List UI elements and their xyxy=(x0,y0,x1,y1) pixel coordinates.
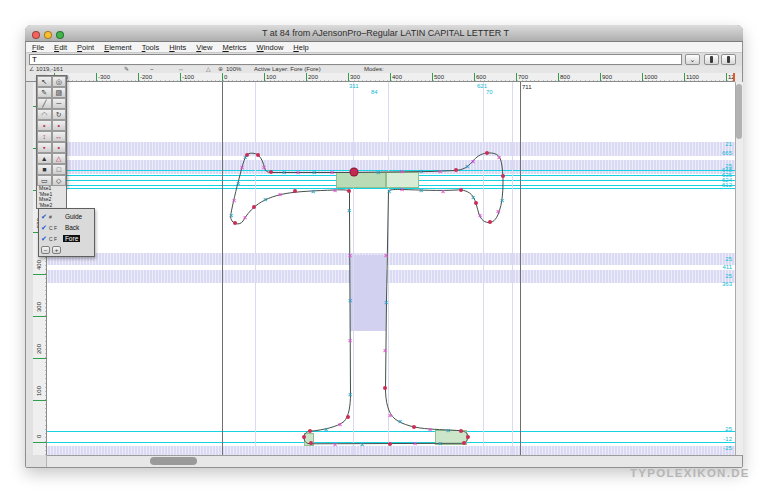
control-node[interactable]: × xyxy=(360,441,364,448)
control-node[interactable]: × xyxy=(311,188,315,195)
node[interactable] xyxy=(346,415,350,419)
node[interactable] xyxy=(388,442,392,446)
menu-edit[interactable]: Edit xyxy=(54,43,67,52)
control-node[interactable]: × xyxy=(348,337,352,344)
knife-tool[interactable]: ╱ xyxy=(37,98,52,109)
control-node[interactable]: × xyxy=(478,212,482,219)
control-node[interactable]: × xyxy=(296,169,300,176)
next-glyph-button[interactable] xyxy=(721,54,736,65)
layer-visibility-checkbox[interactable]: ✔ xyxy=(41,224,47,232)
point-tool[interactable]: • xyxy=(52,142,67,153)
previous-glyph-button[interactable] xyxy=(704,54,719,65)
control-node[interactable]: × xyxy=(348,391,352,398)
control-node[interactable]: × xyxy=(428,426,432,433)
control-node[interactable]: × xyxy=(441,188,445,195)
measure-tool[interactable]: ▲ xyxy=(37,153,52,164)
node[interactable] xyxy=(485,151,489,155)
move-horizontal-tool[interactable]: ↔ xyxy=(52,131,67,142)
fill-tool[interactable]: ▨ xyxy=(52,87,67,98)
layer-visibility-checkbox[interactable]: ✔ xyxy=(41,213,47,221)
distance-icon[interactable]: ↔ xyxy=(178,66,184,73)
move-vertical-tool[interactable]: ↕ xyxy=(37,131,52,142)
node[interactable] xyxy=(474,201,478,205)
node[interactable] xyxy=(347,189,351,193)
mask-tool[interactable]: □ xyxy=(52,164,67,175)
node[interactable] xyxy=(466,435,470,439)
control-node[interactable]: × xyxy=(400,186,404,193)
zoom-tool[interactable]: ◎ xyxy=(52,76,67,87)
control-node[interactable]: × xyxy=(263,196,267,203)
control-node[interactable]: × xyxy=(384,252,388,259)
layer-row-fore[interactable]: ✔C FFore xyxy=(41,233,94,244)
pointer-tool[interactable]: ↖ xyxy=(37,76,52,87)
menu-window[interactable]: Window xyxy=(257,43,284,52)
horizontal-scrollbar-thumb[interactable] xyxy=(150,457,197,465)
control-node[interactable]: × xyxy=(347,207,351,214)
control-node[interactable]: × xyxy=(278,191,282,198)
add-corner-point-tool[interactable]: • xyxy=(37,120,52,131)
control-node[interactable]: × xyxy=(465,163,469,170)
control-node[interactable]: × xyxy=(496,208,500,215)
menu-help[interactable]: Help xyxy=(293,43,308,52)
control-node[interactable]: × xyxy=(324,426,328,433)
remove-layer-button[interactable]: – xyxy=(41,246,50,254)
rect-tool[interactable]: ▭ xyxy=(37,175,52,186)
control-node[interactable]: × xyxy=(400,168,404,175)
node[interactable] xyxy=(233,221,237,225)
control-node[interactable]: × xyxy=(243,154,247,161)
control-node[interactable]: × xyxy=(387,188,391,195)
ellipse-tool[interactable]: ◇ xyxy=(52,175,67,186)
control-node[interactable]: × xyxy=(312,169,316,176)
control-node[interactable]: × xyxy=(338,421,342,428)
menu-point[interactable]: Point xyxy=(77,43,94,52)
contour-tool[interactable]: ■ xyxy=(37,164,52,175)
layer-row-back[interactable]: ✔C FBack xyxy=(41,222,94,233)
preview-tool[interactable]: △ xyxy=(52,153,67,164)
control-node[interactable]: × xyxy=(262,164,266,171)
node[interactable] xyxy=(308,429,312,433)
control-node[interactable]: × xyxy=(383,347,387,354)
control-node[interactable]: × xyxy=(471,194,475,201)
control-node[interactable]: × xyxy=(500,197,504,204)
control-node[interactable]: × xyxy=(497,154,501,161)
rotate-tool[interactable]: ↻ xyxy=(52,109,67,120)
glyph-dropdown-button[interactable]: ⌄ xyxy=(685,54,700,65)
control-node[interactable]: × xyxy=(229,212,233,219)
node[interactable] xyxy=(412,425,416,429)
menu-hints[interactable]: Hints xyxy=(169,43,186,52)
control-node[interactable]: × xyxy=(471,158,475,165)
control-node[interactable]: × xyxy=(438,168,442,175)
control-node[interactable]: × xyxy=(446,427,450,434)
control-node[interactable]: × xyxy=(398,418,402,425)
control-node[interactable]: × xyxy=(388,412,392,419)
node[interactable] xyxy=(459,429,463,433)
add-curve-point-tool[interactable]: • xyxy=(52,120,67,131)
node[interactable] xyxy=(383,386,387,390)
layer-name[interactable]: Guide xyxy=(63,213,84,220)
node[interactable] xyxy=(256,153,260,157)
add-layer-button[interactable]: + xyxy=(52,246,61,254)
curve-icon[interactable]: ~ xyxy=(150,66,154,73)
control-node[interactable]: × xyxy=(333,441,337,448)
menu-metrics[interactable]: Metrics xyxy=(222,43,246,52)
menu-file[interactable]: File xyxy=(32,43,44,52)
vertical-scrollbar-thumb[interactable] xyxy=(736,84,742,139)
menu-view[interactable]: View xyxy=(196,43,212,52)
node[interactable] xyxy=(252,205,256,209)
control-node[interactable]: × xyxy=(438,440,442,447)
layer-row-guide[interactable]: ✔#Guide xyxy=(41,211,94,222)
lock-tool[interactable]: ◠ xyxy=(37,109,52,120)
control-node[interactable]: × xyxy=(240,164,244,171)
node[interactable] xyxy=(462,441,466,445)
control-node[interactable]: × xyxy=(384,299,388,306)
pen-icon[interactable]: ✎ xyxy=(124,66,129,73)
node[interactable] xyxy=(459,188,463,192)
control-node[interactable]: × xyxy=(236,180,240,187)
sidebearing-line[interactable] xyxy=(222,82,223,455)
node[interactable] xyxy=(488,220,492,224)
node[interactable] xyxy=(293,189,297,193)
zoom-level[interactable]: 100% xyxy=(226,66,241,73)
layer-visibility-checkbox[interactable]: ✔ xyxy=(41,235,47,243)
control-node[interactable]: × xyxy=(348,252,352,259)
horizontal-ruler[interactable]: -400-300-200-100010020030040050060070080… xyxy=(47,73,735,82)
